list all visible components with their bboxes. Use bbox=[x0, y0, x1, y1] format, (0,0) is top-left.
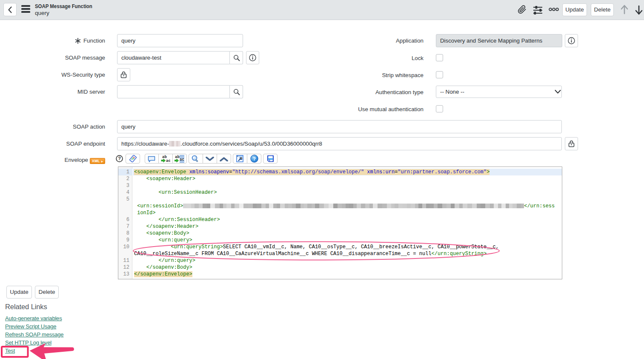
svg-text:?: ? bbox=[118, 156, 121, 161]
svg-text:ac: ac bbox=[180, 158, 184, 162]
svg-text:ac: ac bbox=[166, 159, 170, 163]
svg-text:ab: ab bbox=[175, 155, 180, 159]
svg-text:?: ? bbox=[253, 156, 256, 161]
